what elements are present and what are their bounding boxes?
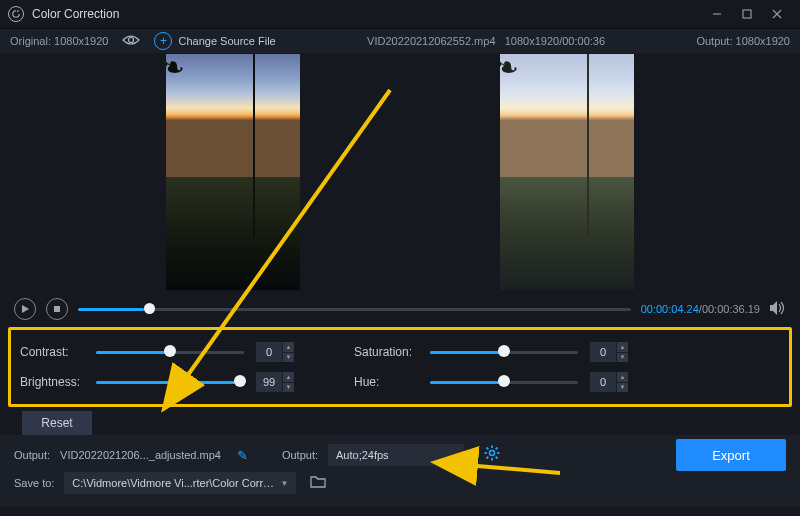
brightness-slider[interactable] — [96, 372, 244, 392]
svg-marker-7 — [770, 301, 777, 315]
preview-area: ❧ ❧ — [0, 53, 800, 291]
window-title: Color Correction — [32, 7, 702, 21]
maximize-button[interactable] — [732, 0, 762, 28]
output-format-label: Output: — [282, 449, 318, 461]
minimize-button[interactable] — [702, 0, 732, 28]
change-source-label: Change Source File — [178, 35, 275, 47]
play-button[interactable] — [14, 298, 36, 320]
source-filename: VID20220212062552.mp4 — [367, 35, 495, 47]
playback-row: 00:00:04.24/00:00:36.19 — [14, 295, 786, 323]
settings-gear-icon[interactable] — [484, 445, 500, 465]
time-display: 00:00:04.24/00:00:36.19 — [641, 303, 760, 315]
plus-icon: + — [154, 32, 172, 50]
svg-line-16 — [487, 457, 489, 459]
contrast-label: Contrast: — [20, 345, 84, 359]
title-bar: Color Correction — [0, 0, 800, 29]
stop-button[interactable] — [46, 298, 68, 320]
current-time: 00:00:04.24 — [641, 303, 699, 315]
svg-rect-1 — [743, 10, 751, 18]
open-folder-icon[interactable] — [310, 475, 326, 491]
saturation-label: Saturation: — [354, 345, 418, 359]
svg-point-4 — [129, 38, 134, 43]
saturation-input[interactable]: 0▲▼ — [590, 342, 628, 362]
output-file-label: Output: — [14, 449, 50, 461]
save-path-field[interactable]: C:\Vidmore\Vidmore Vi...rter\Color Corre… — [64, 472, 296, 494]
info-bar: Original: 1080x1920 + Change Source File… — [0, 29, 800, 53]
saturation-step-down[interactable]: ▼ — [616, 353, 628, 363]
svg-line-15 — [496, 448, 498, 450]
output-label: Output: — [696, 35, 732, 47]
svg-marker-5 — [22, 305, 29, 313]
brightness-input[interactable]: 99▲▼ — [256, 372, 294, 392]
saturation-step-up[interactable]: ▲ — [616, 342, 628, 353]
saturation-slider[interactable] — [430, 342, 578, 362]
output-preview: ❧ — [500, 54, 634, 290]
app-logo-icon — [8, 6, 24, 22]
contrast-input[interactable]: 0▲▼ — [256, 342, 294, 362]
hue-step-up[interactable]: ▲ — [616, 372, 628, 383]
preview-toggle-icon[interactable] — [122, 34, 140, 48]
hue-step-down[interactable]: ▼ — [616, 383, 628, 393]
svg-rect-6 — [54, 306, 60, 312]
hue-label: Hue: — [354, 375, 418, 389]
export-button[interactable]: Export — [676, 439, 786, 471]
source-resolution: 1080x1920 — [505, 35, 559, 47]
hue-slider[interactable] — [430, 372, 578, 392]
output-format-field[interactable]: Auto;24fps — [328, 444, 464, 466]
reset-button[interactable]: Reset — [22, 411, 92, 435]
output-file-name: VID2022021206..._adjusted.mp4 — [60, 449, 221, 461]
original-resolution: 1080x1920 — [54, 35, 108, 47]
chevron-down-icon: ▼ — [280, 479, 288, 488]
svg-line-13 — [487, 448, 489, 450]
save-to-label: Save to: — [14, 477, 54, 489]
original-label: Original: — [10, 35, 51, 47]
adjustment-panel: Contrast: 0▲▼ Saturation: 0▲▼ Brightness… — [14, 329, 786, 405]
change-source-button[interactable]: + Change Source File — [154, 32, 275, 50]
volume-icon[interactable] — [770, 301, 786, 318]
contrast-slider[interactable] — [96, 342, 244, 362]
svg-point-8 — [490, 451, 495, 456]
svg-line-14 — [496, 457, 498, 459]
contrast-step-down[interactable]: ▼ — [282, 353, 294, 363]
close-button[interactable] — [762, 0, 792, 28]
source-duration: 00:00:36 — [562, 35, 605, 47]
brightness-step-up[interactable]: ▲ — [282, 372, 294, 383]
rename-icon[interactable]: ✎ — [237, 448, 248, 463]
bottom-bar: Output: VID2022021206..._adjusted.mp4 ✎ … — [0, 435, 800, 507]
output-resolution: 1080x1920 — [736, 35, 790, 47]
timeline-slider[interactable] — [78, 299, 631, 319]
brightness-step-down[interactable]: ▼ — [282, 383, 294, 393]
hue-input[interactable]: 0▲▼ — [590, 372, 628, 392]
brightness-label: Brightness: — [20, 375, 84, 389]
contrast-step-up[interactable]: ▲ — [282, 342, 294, 353]
original-preview: ❧ — [166, 54, 300, 290]
total-time: 00:00:36.19 — [702, 303, 760, 315]
